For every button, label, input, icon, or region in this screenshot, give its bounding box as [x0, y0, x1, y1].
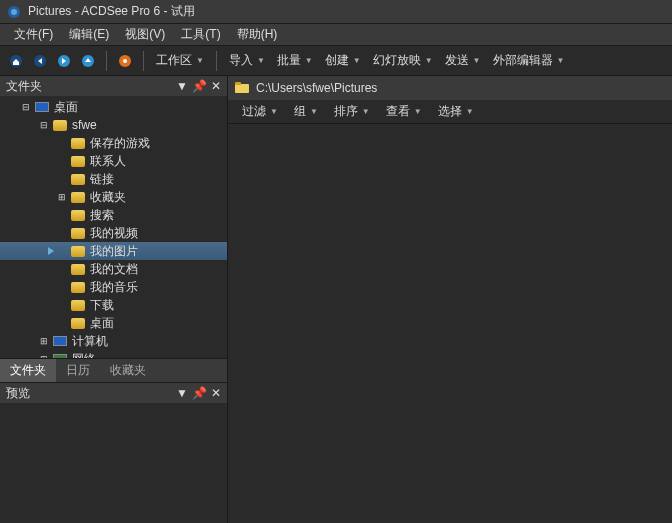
folder-icon: [234, 80, 250, 96]
separator: [106, 51, 107, 71]
menu-file[interactable]: 文件(F): [6, 24, 61, 45]
sort-dropdown[interactable]: 排序▼: [328, 101, 376, 122]
expand-icon[interactable]: ⊞: [56, 191, 68, 203]
svg-point-1: [11, 9, 17, 15]
preview-panel: 预览 ▼ 📌 ✕: [0, 382, 227, 523]
tree-item[interactable]: ⊞收藏夹: [0, 188, 227, 206]
tree-item[interactable]: 联系人: [0, 152, 227, 170]
monitor-icon: [34, 99, 50, 115]
sidebar-tabs: 文件夹 日历 收藏夹: [0, 358, 227, 382]
svg-rect-8: [235, 84, 249, 93]
main-area: 文件夹 ▼ 📌 ✕ ⊟ 桌面 ⊟ sfwe 保存的游戏 联系人 链: [0, 76, 672, 523]
svg-point-7: [123, 59, 127, 63]
filter-dropdown[interactable]: 过滤▼: [236, 101, 284, 122]
tree-item[interactable]: 搜索: [0, 206, 227, 224]
tree-item[interactable]: 下载: [0, 296, 227, 314]
dropdown-icon[interactable]: ▼: [176, 386, 188, 400]
tree-computer[interactable]: ⊞计算机: [0, 332, 227, 350]
action-icon[interactable]: [115, 51, 135, 71]
panel-controls: ▼ 📌 ✕: [176, 79, 221, 93]
folder-tree[interactable]: ⊟ 桌面 ⊟ sfwe 保存的游戏 联系人 链接 ⊞收藏夹 搜索 我的视频 我的…: [0, 96, 227, 358]
import-dropdown[interactable]: 导入▼: [223, 50, 271, 71]
menu-view[interactable]: 视图(V): [117, 24, 173, 45]
create-dropdown[interactable]: 创建▼: [319, 50, 367, 71]
folder-icon: [70, 297, 86, 313]
folder-icon: [70, 225, 86, 241]
panel-controls: ▼ 📌 ✕: [176, 386, 221, 400]
tab-folders[interactable]: 文件夹: [0, 359, 56, 382]
tree-sfwe[interactable]: ⊟ sfwe: [0, 116, 227, 134]
collapse-icon[interactable]: ⊟: [38, 119, 50, 131]
menu-bar: 文件(F) 编辑(E) 视图(V) 工具(T) 帮助(H): [0, 24, 672, 46]
tab-favorites[interactable]: 收藏夹: [100, 359, 156, 382]
back-icon[interactable]: [30, 51, 50, 71]
pin-icon[interactable]: 📌: [192, 386, 207, 400]
tree-item[interactable]: 链接: [0, 170, 227, 188]
slideshow-dropdown[interactable]: 幻灯放映▼: [367, 50, 439, 71]
toolbar: 工作区▼ 导入▼ 批量▼ 创建▼ 幻灯放映▼ 发送▼ 外部编辑器▼: [0, 46, 672, 76]
preview-title: 预览: [6, 385, 30, 402]
menu-edit[interactable]: 编辑(E): [61, 24, 117, 45]
tab-calendar[interactable]: 日历: [56, 359, 100, 382]
batch-dropdown[interactable]: 批量▼: [271, 50, 319, 71]
folder-icon: [70, 315, 86, 331]
workspace-dropdown[interactable]: 工作区▼: [150, 50, 210, 71]
close-icon[interactable]: ✕: [211, 386, 221, 400]
thumbnail-area[interactable]: [228, 124, 672, 523]
content-area: C:\Users\sfwe\Pictures 过滤▼ 组▼ 排序▼ 查看▼ 选择…: [228, 76, 672, 523]
tree-desktop[interactable]: ⊟ 桌面: [0, 98, 227, 116]
tree-item[interactable]: 我的音乐: [0, 278, 227, 296]
folder-icon: [52, 117, 68, 133]
home-icon[interactable]: [6, 51, 26, 71]
expand-icon[interactable]: ⊞: [38, 353, 50, 358]
separator: [143, 51, 144, 71]
folder-icon: [70, 243, 86, 259]
external-dropdown[interactable]: 外部编辑器▼: [487, 50, 571, 71]
tree-item[interactable]: 保存的游戏: [0, 134, 227, 152]
network-icon: [52, 351, 68, 358]
tree-network[interactable]: ⊞网络: [0, 350, 227, 358]
tree-item[interactable]: 我的文档: [0, 260, 227, 278]
svg-rect-9: [235, 82, 241, 85]
sidebar: 文件夹 ▼ 📌 ✕ ⊟ 桌面 ⊟ sfwe 保存的游戏 联系人 链: [0, 76, 228, 523]
expand-icon[interactable]: ⊞: [38, 335, 50, 347]
dropdown-icon[interactable]: ▼: [176, 79, 188, 93]
window-title: Pictures - ACDSee Pro 6 - 试用: [28, 3, 195, 20]
menu-tools[interactable]: 工具(T): [173, 24, 228, 45]
folders-panel-title: 文件夹: [6, 78, 42, 95]
folder-icon: [70, 153, 86, 169]
separator: [216, 51, 217, 71]
computer-icon: [52, 333, 68, 349]
close-icon[interactable]: ✕: [211, 79, 221, 93]
path-bar[interactable]: C:\Users\sfwe\Pictures: [228, 76, 672, 100]
app-icon: [6, 4, 22, 20]
tree-item-selected[interactable]: 我的图片: [0, 242, 227, 260]
pin-icon[interactable]: 📌: [192, 79, 207, 93]
selection-marker-icon: [48, 247, 54, 255]
tree-item[interactable]: 我的视频: [0, 224, 227, 242]
tree-item[interactable]: 桌面: [0, 314, 227, 332]
menu-help[interactable]: 帮助(H): [229, 24, 286, 45]
folder-icon: [70, 261, 86, 277]
collapse-icon[interactable]: ⊟: [20, 101, 32, 113]
up-icon[interactable]: [78, 51, 98, 71]
filter-bar: 过滤▼ 组▼ 排序▼ 查看▼ 选择▼: [228, 100, 672, 124]
preview-header: 预览 ▼ 📌 ✕: [0, 383, 227, 403]
path-text: C:\Users\sfwe\Pictures: [256, 81, 377, 95]
forward-icon[interactable]: [54, 51, 74, 71]
title-bar: Pictures - ACDSee Pro 6 - 试用: [0, 0, 672, 24]
group-dropdown[interactable]: 组▼: [288, 101, 324, 122]
view-dropdown[interactable]: 查看▼: [380, 101, 428, 122]
folder-icon: [70, 207, 86, 223]
folder-icon: [70, 135, 86, 151]
folder-icon: [70, 279, 86, 295]
folder-icon: [70, 189, 86, 205]
send-dropdown[interactable]: 发送▼: [439, 50, 487, 71]
select-dropdown[interactable]: 选择▼: [432, 101, 480, 122]
preview-body: [0, 403, 227, 523]
folders-panel-header: 文件夹 ▼ 📌 ✕: [0, 76, 227, 96]
folder-icon: [70, 171, 86, 187]
